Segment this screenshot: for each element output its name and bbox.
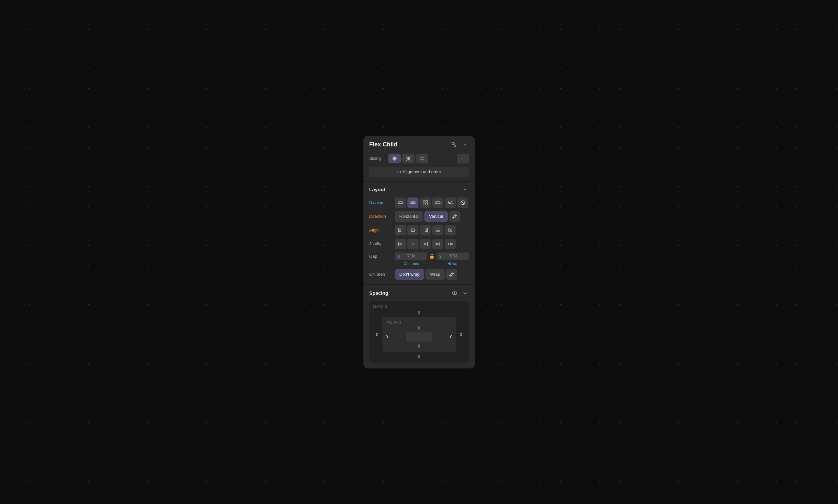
margin-bottom-value[interactable]: 0 xyxy=(373,354,465,359)
align-row: Align xyxy=(369,225,469,235)
svg-rect-4 xyxy=(399,202,402,204)
display-flex-btn[interactable] xyxy=(407,197,419,208)
display-text-icon: AA xyxy=(448,201,453,205)
direction-label: Direction xyxy=(369,214,392,219)
direction-vertical-btn[interactable]: Vertical xyxy=(424,211,448,222)
svg-rect-9 xyxy=(423,203,425,205)
wrap-swap-btn[interactable] xyxy=(446,269,457,280)
gap-rows-input[interactable] xyxy=(439,254,447,259)
margin-right-value[interactable]: 0 xyxy=(457,332,465,337)
sizing-more-btn[interactable]: ··· xyxy=(457,154,469,163)
topleft-icon-button[interactable] xyxy=(450,141,458,148)
sizing-buttons: ··· xyxy=(388,154,469,163)
direction-swap-icon xyxy=(452,214,457,219)
gap-rows-label: Rows xyxy=(436,261,469,266)
justify-space-between-icon xyxy=(435,241,440,247)
padding-center-visual xyxy=(406,332,432,342)
padding-label: PADDING xyxy=(386,321,453,324)
sizing-fixed-btn[interactable] xyxy=(416,154,428,163)
wrap-buttons: Don't wrap Wrap xyxy=(395,269,457,280)
more-dots: ··· xyxy=(461,156,465,161)
align-baseline-btn[interactable] xyxy=(445,225,456,235)
justify-end-btn[interactable] xyxy=(420,239,431,249)
layout-section-title: Layout xyxy=(369,187,385,192)
svg-rect-38 xyxy=(438,243,439,245)
svg-rect-24 xyxy=(449,229,450,231)
svg-rect-34 xyxy=(426,243,427,245)
margin-label: MARGIN xyxy=(373,305,465,308)
display-block-btn[interactable] xyxy=(395,197,406,208)
layout-section-header: Layout xyxy=(369,186,469,193)
padding-bottom-value[interactable]: 0 xyxy=(386,344,453,348)
spacing-title: Spacing xyxy=(369,290,388,296)
padding-left-value[interactable]: 0 xyxy=(386,335,388,339)
display-none-icon xyxy=(460,200,465,205)
layout-section: Layout Display xyxy=(364,182,475,284)
layout-chevron-icon xyxy=(462,187,468,192)
children-row: Children Don't wrap Wrap xyxy=(369,269,469,280)
gap-columns-unit: REM xyxy=(407,254,416,258)
align-end-btn[interactable] xyxy=(420,225,431,235)
display-grid-icon xyxy=(423,200,428,205)
svg-line-13 xyxy=(461,201,464,204)
justify-center-btn[interactable] xyxy=(407,239,419,249)
justify-row: Justify xyxy=(369,239,469,249)
nowrap-label: Don't wrap xyxy=(400,272,420,277)
layout-chevron-btn[interactable] xyxy=(461,186,469,193)
direction-swap-btn[interactable] xyxy=(449,211,460,222)
justify-start-btn[interactable] xyxy=(395,239,406,249)
panel-header: Flex Child xyxy=(364,136,475,152)
sizing-fit-icon xyxy=(405,156,411,161)
align-end-icon xyxy=(423,228,428,233)
margin-padding-container: MARGIN 0 0 PADDING 0 0 0 0 0 0 xyxy=(369,301,469,362)
align-start-btn[interactable] xyxy=(395,225,406,235)
display-grid-btn[interactable] xyxy=(420,197,431,208)
children-label: Children xyxy=(369,272,392,277)
display-inline-btn[interactable] xyxy=(432,197,443,208)
gap-columns-input[interactable] xyxy=(398,254,405,259)
spacing-header: Spacing xyxy=(369,289,469,297)
padding-top-value[interactable]: 0 xyxy=(386,325,453,330)
chevron-down-icon xyxy=(462,142,468,147)
spacing-icon-btn[interactable] xyxy=(450,289,459,297)
align-center-icon xyxy=(410,228,416,233)
direction-horizontal-btn[interactable]: Horizontal xyxy=(395,211,423,222)
margin-top-value[interactable]: 0 xyxy=(373,310,465,316)
wrap-btn[interactable]: Wrap xyxy=(425,269,445,280)
align-center-btn[interactable] xyxy=(407,225,419,235)
panel-title: Flex Child xyxy=(369,141,398,148)
gap-labels-row: Columns Rows xyxy=(369,261,469,266)
svg-rect-15 xyxy=(399,229,401,232)
gap-rows-field: REM xyxy=(437,252,469,260)
nowrap-btn[interactable]: Don't wrap xyxy=(395,269,424,280)
spacing-settings-icon xyxy=(451,290,458,296)
chevron-down-button[interactable] xyxy=(461,142,469,148)
flex-child-panel: Flex Child Sizing xyxy=(364,136,475,368)
justify-label: Justify xyxy=(369,241,392,246)
header-icons xyxy=(450,141,469,148)
padding-middle-row: 0 0 xyxy=(386,332,453,342)
sizing-fit-btn[interactable] xyxy=(402,154,415,163)
justify-center-icon xyxy=(410,241,416,247)
display-none-btn[interactable] xyxy=(457,197,468,208)
margin-left-value[interactable]: 0 xyxy=(373,332,381,337)
svg-rect-42 xyxy=(451,243,452,245)
display-buttons: AA xyxy=(395,197,468,208)
align-buttons xyxy=(395,225,456,235)
svg-rect-33 xyxy=(424,243,425,245)
alignment-order-button[interactable]: › > Alignment and order xyxy=(369,167,469,177)
justify-space-between-btn[interactable] xyxy=(432,239,443,249)
gap-lock-icon[interactable]: 🔒 xyxy=(429,253,435,259)
align-start-icon xyxy=(398,228,403,233)
padding-right-value[interactable]: 0 xyxy=(450,335,452,339)
justify-space-around-btn[interactable] xyxy=(445,239,456,249)
sizing-expand-btn[interactable] xyxy=(388,154,401,163)
align-stretch-btn[interactable] xyxy=(432,225,443,235)
align-stretch-icon xyxy=(435,228,440,233)
display-text-btn[interactable]: AA xyxy=(445,197,456,208)
spacing-chevron-btn[interactable] xyxy=(461,290,469,296)
svg-rect-31 xyxy=(414,243,415,245)
display-inline-icon xyxy=(435,200,440,205)
alignment-order-label: > Alignment and order xyxy=(400,169,441,174)
align-label: Align xyxy=(369,228,392,233)
